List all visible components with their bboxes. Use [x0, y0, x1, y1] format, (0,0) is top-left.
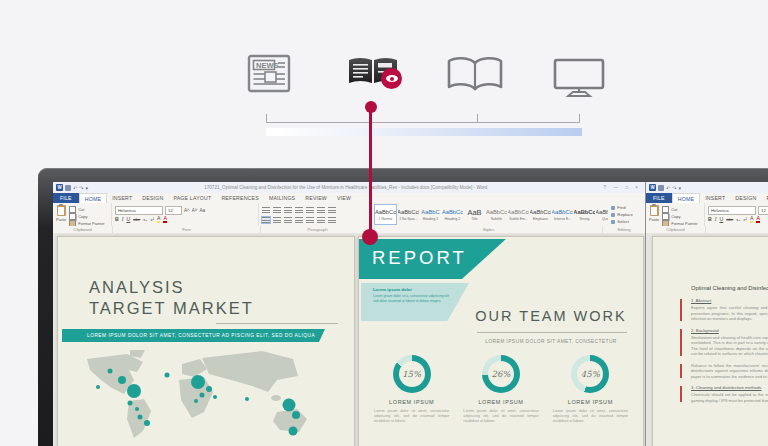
style-item[interactable]: AaBbCcStrong — [574, 204, 595, 225]
bold-button[interactable]: B — [115, 216, 119, 222]
style-item[interactable]: AaBbCc1 Normal — [374, 204, 397, 225]
sort-icon[interactable] — [317, 207, 325, 213]
report-callout: Lorem ipsum dolor Lorem ipsum dolor sit … — [361, 283, 469, 321]
style-item[interactable]: AaBbCcIQuote — [596, 204, 608, 225]
change-case-icon[interactable]: Aa — [200, 208, 206, 213]
tab-file[interactable]: FILE — [53, 193, 79, 203]
donut-item: 15% LOREM IPSUM Lorem ipsum dolor sit am… — [367, 355, 456, 424]
subscript-button[interactable]: x₂ — [736, 217, 740, 222]
word-window-right: W ↶ ↷ ▾ FILE HOME INSERT DESIGN PAGE LAY… — [645, 182, 768, 446]
window-controls[interactable]: ? — □ × — [604, 185, 645, 190]
font-name-select[interactable]: Helvetica — [708, 206, 756, 215]
style-item[interactable]: AaBbCcSubtitle — [486, 204, 507, 225]
superscript-button[interactable]: x² — [743, 217, 747, 222]
style-item[interactable]: AaBbCcIEmphasis — [530, 204, 551, 225]
style-item[interactable]: AaBbCcISubtle Em... — [508, 204, 529, 225]
select-button[interactable]: Select — [611, 219, 642, 224]
align-right-icon[interactable] — [284, 217, 292, 223]
highlight-button[interactable]: A — [750, 215, 753, 223]
shrink-font-icon[interactable]: A˅ — [192, 208, 198, 213]
tab-page-layout[interactable]: PAGE LAYOUT — [168, 193, 216, 203]
donut-item: 26% LOREM IPSUM Lorem ipsum dolor sit am… — [456, 355, 545, 424]
style-item[interactable]: AaBbCHeading 1 — [420, 204, 441, 225]
italic-button[interactable]: I — [122, 216, 124, 222]
increase-indent-icon[interactable] — [306, 207, 314, 213]
copy-button[interactable]: Copy — [69, 213, 104, 220]
numbering-icon[interactable] — [273, 207, 281, 213]
donut-chart: 26% — [482, 355, 520, 393]
document-canvas[interactable]: ANALYSIS TARGET MARKET LOREM IPSUM DOLOR… — [53, 233, 645, 446]
promo-scene: NEWS — [0, 0, 768, 446]
font-color-button[interactable]: A — [756, 215, 759, 223]
tab-review[interactable]: REVIEW — [300, 193, 332, 203]
tab-references[interactable]: REFERENCES — [216, 193, 263, 203]
style-item[interactable]: AaBbCcIIntense E... — [552, 204, 573, 225]
cut-button[interactable]: Cut — [662, 206, 697, 213]
flyer-page-analysis: ANALYSIS TARGET MARKET LOREM IPSUM DOLOR… — [57, 236, 355, 446]
tab-file[interactable]: FILE — [646, 193, 672, 203]
font-size-select[interactable]: 12 — [758, 206, 768, 215]
title-bar[interactable]: W ↶ ↷ ▾ — [646, 182, 768, 193]
title-bar[interactable]: W ↶ ↷ ▾ 170721_Optimal Cleaning and Disi… — [53, 182, 645, 193]
style-item[interactable]: AaBbCcHeading 2 — [442, 204, 463, 225]
magazine-eye-icon — [345, 55, 403, 91]
tab-view[interactable]: VIEW — [332, 193, 356, 203]
font-size-select[interactable]: 12 — [165, 206, 182, 215]
multilevel-list-icon[interactable] — [284, 207, 292, 213]
font-color-button[interactable]: A — [163, 215, 166, 223]
grow-font-icon[interactable]: A˄ — [184, 208, 190, 213]
tab-page-layout[interactable]: PAGE LAYOUT — [761, 193, 768, 203]
tab-home[interactable]: HOME — [79, 193, 107, 203]
donut-percent: 26% — [492, 369, 511, 379]
cut-button[interactable]: Cut — [69, 206, 104, 213]
save-icon[interactable] — [65, 185, 71, 191]
ribbon-tabs: FILE HOME INSERT DESIGN PAGE LAYOUT — [646, 193, 768, 203]
bold-button[interactable]: B — [708, 216, 712, 222]
paste-button[interactable]: Paste — [649, 205, 659, 224]
save-icon[interactable] — [658, 185, 664, 191]
italic-button[interactable]: I — [715, 216, 717, 222]
word-logo-icon: W — [56, 184, 63, 191]
undo-icon[interactable]: ↶ — [666, 185, 670, 191]
superscript-button[interactable]: x² — [150, 217, 154, 222]
show-marks-icon[interactable] — [328, 207, 336, 213]
tab-home[interactable]: HOME — [672, 193, 700, 203]
paragraph-group — [259, 203, 372, 226]
font-name-select[interactable]: Helvetica — [115, 206, 163, 215]
copy-button[interactable]: Copy — [662, 213, 697, 220]
redo-icon[interactable]: ↷ — [672, 185, 676, 191]
quick-access-toolbar[interactable]: W ↶ ↷ ▾ — [53, 184, 88, 191]
gradient-progress-bar[interactable] — [266, 128, 582, 136]
underline-button[interactable]: U — [719, 216, 723, 222]
paste-button[interactable]: Paste — [56, 205, 66, 224]
tab-mailings[interactable]: MAILINGS — [264, 193, 300, 203]
bullets-icon[interactable] — [262, 207, 270, 213]
quick-access-toolbar[interactable]: W ↶ ↷ ▾ — [646, 184, 681, 191]
qat-more-icon[interactable]: ▾ — [678, 185, 681, 191]
align-center-icon[interactable] — [273, 217, 281, 223]
borders-icon[interactable] — [328, 217, 336, 223]
decrease-indent-icon[interactable] — [295, 207, 303, 213]
redo-icon[interactable]: ↷ — [79, 185, 83, 191]
justify-icon[interactable] — [295, 217, 303, 223]
tab-design[interactable]: DESIGN — [137, 193, 168, 203]
strikethrough-button[interactable]: abc — [726, 217, 733, 222]
replace-button[interactable]: Replace — [611, 212, 642, 217]
align-left-icon[interactable] — [262, 217, 270, 223]
underline-button[interactable]: U — [126, 216, 130, 222]
document-canvas[interactable]: Optimal Cleaning and Disinfection of Mon… — [646, 233, 768, 446]
donut-chart-row: 15% LOREM IPSUM Lorem ipsum dolor sit am… — [367, 355, 635, 424]
highlight-button[interactable]: A — [157, 215, 160, 223]
find-button[interactable]: Find — [611, 205, 642, 210]
tab-insert[interactable]: INSERT — [700, 193, 730, 203]
shading-icon[interactable] — [317, 217, 325, 223]
line-spacing-icon[interactable] — [306, 217, 314, 223]
subscript-button[interactable]: x₂ — [143, 217, 147, 222]
tab-insert[interactable]: INSERT — [107, 193, 137, 203]
font-group: Helvetica 12 A˄ A˅ Aa B I U abc — [112, 203, 259, 226]
style-item[interactable]: AaBbCcI1 No Spac... — [398, 204, 419, 225]
undo-icon[interactable]: ↶ — [73, 185, 77, 191]
style-item[interactable]: AaBTitle — [464, 204, 485, 225]
strikethrough-button[interactable]: abc — [133, 217, 140, 222]
tab-design[interactable]: DESIGN — [730, 193, 761, 203]
